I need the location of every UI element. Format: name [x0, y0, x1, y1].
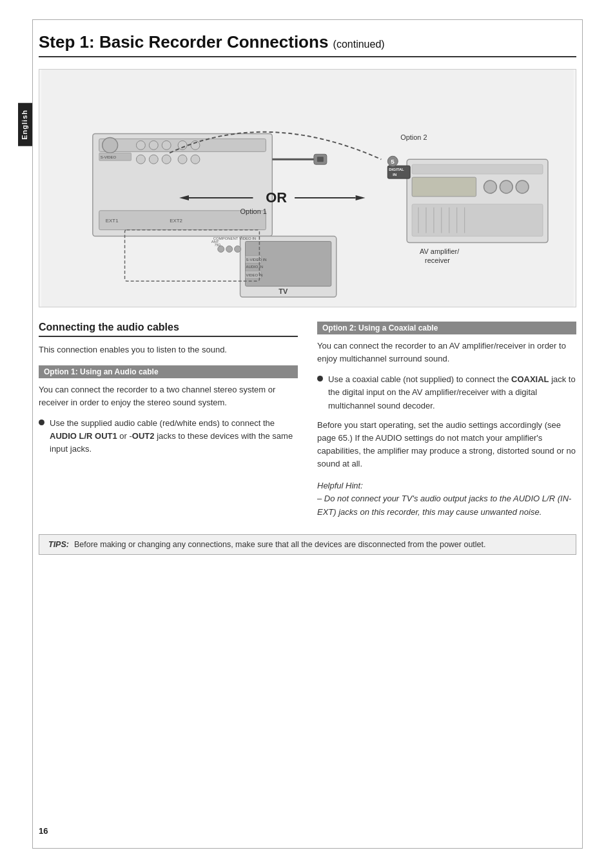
- border-left: [32, 19, 33, 849]
- svg-text:75Ω: 75Ω: [215, 244, 221, 247]
- option1-bullet-text: Use the supplied audio cable (red/white …: [50, 417, 298, 456]
- option1-bullet: Use the supplied audio cable (red/white …: [39, 417, 298, 456]
- bullet-dot-2: [317, 376, 323, 381]
- option2-extra: Before you start operating, set the audi…: [317, 419, 576, 471]
- svg-text:receiver: receiver: [425, 256, 450, 264]
- svg-point-10: [136, 155, 145, 164]
- svg-rect-44: [412, 164, 543, 174]
- svg-point-3: [102, 137, 118, 153]
- svg-point-38: [226, 246, 233, 253]
- svg-text:TV: TV: [278, 287, 288, 295]
- svg-text:Option 1: Option 1: [240, 207, 267, 215]
- svg-text:S-VIDEO: S-VIDEO: [101, 155, 117, 159]
- option2-bullet: Use a coaxial cable (not supplied) to co…: [317, 373, 576, 412]
- svg-rect-18: [317, 157, 324, 162]
- section-intro: This connection enables you to listen to…: [39, 343, 298, 356]
- option2-bullet-text: Use a coaxial cable (not supplied) to co…: [328, 373, 576, 412]
- svg-rect-45: [412, 177, 476, 197]
- svg-text:IN: IN: [393, 173, 396, 177]
- svg-text:AV amplifier/: AV amplifier/: [420, 247, 460, 255]
- svg-text:DIGITAL: DIGITAL: [389, 168, 404, 171]
- svg-text:AUDIO IN: AUDIO IN: [246, 265, 263, 269]
- svg-point-8: [178, 140, 187, 149]
- left-column: Connecting the audio cables This connect…: [39, 322, 298, 519]
- svg-text:OR: OR: [266, 189, 287, 206]
- svg-text:EXT2: EXT2: [170, 218, 182, 224]
- svg-point-46: [484, 180, 497, 193]
- svg-text:Option 2: Option 2: [400, 133, 427, 141]
- svg-point-6: [149, 140, 158, 149]
- svg-text:5: 5: [391, 158, 395, 165]
- svg-point-14: [191, 155, 200, 164]
- svg-point-11: [149, 155, 158, 164]
- border-right: [582, 19, 583, 849]
- option2-heading: Option 2: Using a Coaxial cable: [317, 322, 576, 334]
- svg-point-9: [191, 140, 200, 149]
- option1-body: You can connect the recorder to a two ch…: [39, 383, 298, 409]
- svg-point-7: [162, 140, 171, 149]
- tips-box: TIPS: Before making or changing any conn…: [39, 534, 576, 555]
- av-amplifier: DIGITAL IN 5: [387, 156, 548, 242]
- tips-label: TIPS:: [48, 540, 69, 549]
- svg-text:EXT1: EXT1: [106, 218, 119, 224]
- right-column: Option 2: Using a Coaxial cable You can …: [317, 322, 576, 519]
- svg-rect-30: [246, 242, 331, 287]
- page-title: Step 1: Basic Recorder Connections (cont…: [39, 32, 576, 57]
- tips-text: Before making or changing any connection…: [74, 540, 486, 549]
- border-bottom: [32, 848, 583, 849]
- svg-text:COMPONENT VIDEO IN: COMPONENT VIDEO IN: [213, 236, 256, 240]
- option2-intro: You can connect the recorder to an AV am…: [317, 340, 576, 365]
- svg-point-48: [516, 180, 529, 193]
- helpful-hint: Helpful Hint: – Do not connect your TV's…: [317, 479, 576, 518]
- diagram-area: ANTENNA S-VIDEO: [39, 69, 576, 307]
- svg-rect-49: [412, 204, 543, 236]
- svg-text:VIDEO IN: VIDEO IN: [246, 273, 263, 277]
- svg-text:S-VIDEO IN: S-VIDEO IN: [246, 258, 267, 262]
- svg-point-13: [178, 155, 187, 164]
- page-number: 16: [39, 826, 48, 836]
- option1-heading: Option 1: Using an Audio cable: [39, 365, 298, 378]
- svg-point-5: [136, 140, 145, 149]
- section-heading: Connecting the audio cables: [39, 322, 298, 337]
- svg-point-12: [162, 155, 171, 164]
- svg-point-39: [235, 246, 241, 253]
- bullet-dot-1: [39, 420, 44, 425]
- border-top: [32, 19, 583, 20]
- main-columns: Connecting the audio cables This connect…: [39, 322, 576, 519]
- english-tab: English: [18, 103, 32, 146]
- svg-point-47: [500, 180, 512, 193]
